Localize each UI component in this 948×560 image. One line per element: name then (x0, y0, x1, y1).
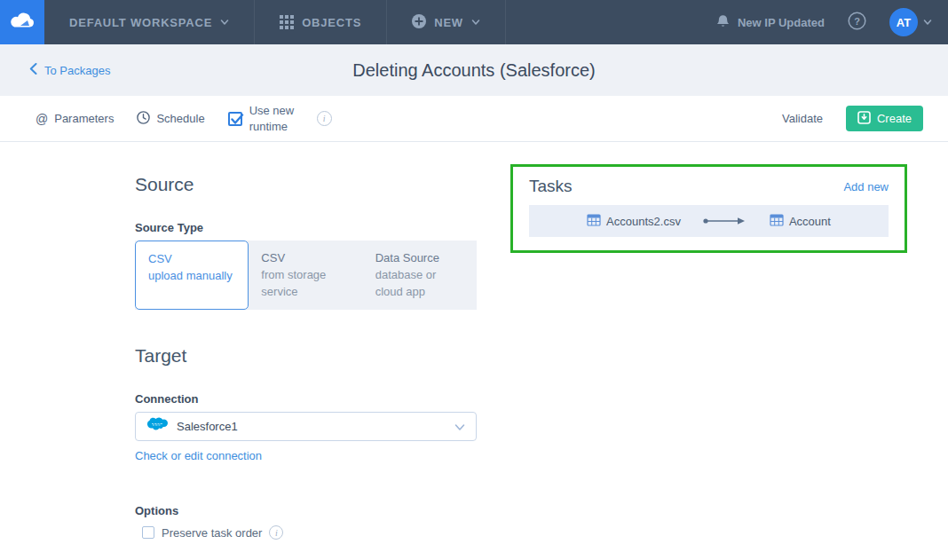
bell-icon (716, 14, 730, 31)
app-root: DEFAULT WORKSPACE OBJECTS NEW New IP U (0, 0, 948, 560)
preserve-label: Preserve task order (162, 526, 262, 540)
salesforce-cloud-icon (146, 417, 169, 437)
avatar: AT (889, 8, 918, 36)
grid-icon (280, 15, 294, 29)
create-label: Create (877, 112, 912, 125)
tasks-heading: Tasks (529, 177, 573, 196)
cloud-logo-icon (9, 11, 36, 34)
runtime-info-icon[interactable]: i (317, 111, 332, 126)
source-type-csv-upload[interactable]: CSV upload manually (135, 241, 249, 310)
chevron-down-icon (454, 419, 465, 435)
package-toolbar: @ Parameters Schedule Use new runtime i … (0, 96, 948, 142)
connection-value: Salesforce1 (177, 420, 238, 433)
source-heading: Source (135, 174, 477, 195)
table-icon (770, 214, 784, 229)
add-new-task-link[interactable]: Add new (843, 180, 889, 193)
target-heading: Target (135, 345, 477, 367)
connection-label: Connection (135, 392, 477, 406)
page-title: Deleting Accounts (Salesforce) (0, 60, 948, 81)
validate-button[interactable]: Validate (782, 112, 823, 125)
schedule-button[interactable]: Schedule (137, 111, 204, 127)
chevron-left-icon (29, 63, 37, 77)
new-label: NEW (434, 16, 463, 29)
options-label: Options (135, 504, 477, 517)
svg-text:?: ? (854, 15, 860, 26)
tasks-panel-highlighted: Tasks Add new Accounts2.csv Acco (510, 164, 907, 253)
parameters-button[interactable]: @ Parameters (36, 112, 114, 126)
connection-select[interactable]: Salesforce1 (135, 412, 477, 441)
settings-column: Source Source Type CSV upload manually C… (135, 174, 477, 540)
app-logo[interactable] (0, 0, 44, 44)
table-icon (587, 214, 601, 229)
title-bar: To Packages Deleting Accounts (Salesforc… (0, 44, 948, 96)
runtime-label: Use new runtime (249, 103, 304, 134)
clock-icon (137, 111, 150, 127)
chevron-down-icon (220, 16, 229, 29)
preserve-task-order-checkbox[interactable]: Preserve task order i (142, 525, 477, 540)
source-type-selector: CSV upload manually CSV from storage ser… (135, 241, 477, 310)
task-source-name: Accounts2.csv (606, 215, 681, 228)
nav-right-group: New IP Updated ? AT (716, 0, 948, 44)
notification-item[interactable]: New IP Updated (716, 14, 825, 31)
unchecked-checkbox-icon (142, 526, 154, 539)
checked-checkbox-icon (228, 112, 242, 126)
help-button[interactable]: ? (848, 12, 866, 34)
schedule-label: Schedule (156, 112, 204, 125)
task-target-name: Account (789, 215, 831, 228)
task-row[interactable]: Accounts2.csv Account (529, 205, 889, 237)
task-target: Account (770, 214, 831, 229)
tasks-header: Tasks Add new (513, 167, 905, 196)
account-menu[interactable]: AT (889, 8, 932, 36)
objects-label: OBJECTS (302, 16, 361, 29)
preserve-info-icon[interactable]: i (269, 525, 283, 540)
back-to-packages-link[interactable]: To Packages (29, 63, 110, 77)
source-type-label: Source Type (135, 221, 477, 234)
task-source: Accounts2.csv (587, 214, 681, 229)
objects-menu[interactable]: OBJECTS (255, 0, 387, 44)
save-icon (857, 111, 871, 127)
mapping-arrow-icon (702, 213, 748, 229)
source-type-data-source[interactable]: Data Source database or cloud app (363, 241, 477, 310)
at-icon: @ (36, 112, 48, 126)
toolbar-right-group: Validate Create (782, 106, 923, 131)
notification-label: New IP Updated (738, 16, 825, 29)
chevron-down-icon (471, 16, 480, 29)
back-label: To Packages (44, 64, 110, 77)
chevron-down-icon (923, 14, 932, 30)
check-or-edit-connection-link[interactable]: Check or edit connection (135, 449, 262, 462)
source-type-csv-storage[interactable]: CSV from storage service (249, 241, 362, 310)
use-new-runtime-checkbox[interactable]: Use new runtime (228, 103, 304, 134)
top-navbar: DEFAULT WORKSPACE OBJECTS NEW New IP U (0, 0, 948, 44)
circle-plus-icon (412, 14, 426, 31)
create-button[interactable]: Create (846, 106, 923, 131)
workspace-label: DEFAULT WORKSPACE (69, 16, 212, 29)
workspace-menu[interactable]: DEFAULT WORKSPACE (44, 0, 255, 44)
new-menu[interactable]: NEW (387, 0, 506, 44)
main-content: Source Source Type CSV upload manually C… (0, 142, 948, 560)
parameters-label: Parameters (54, 112, 114, 125)
